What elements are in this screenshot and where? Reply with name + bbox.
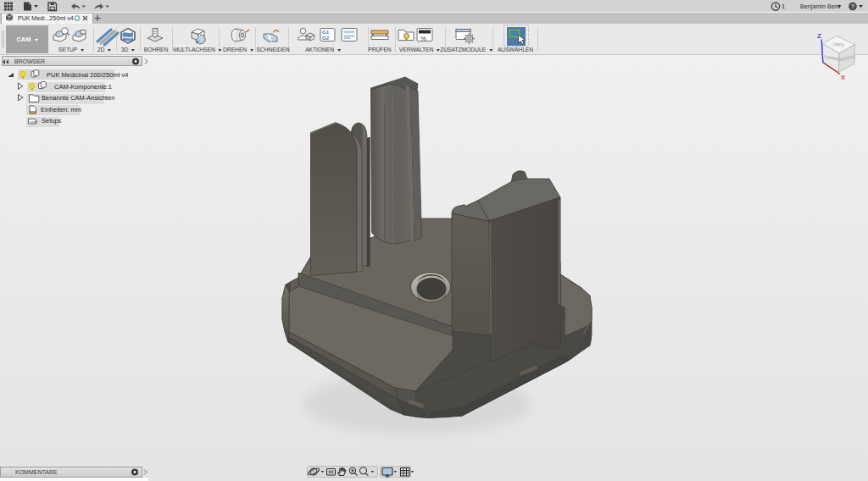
svg-text:X: X [841, 74, 846, 81]
svg-text:Z: Z [817, 32, 821, 40]
